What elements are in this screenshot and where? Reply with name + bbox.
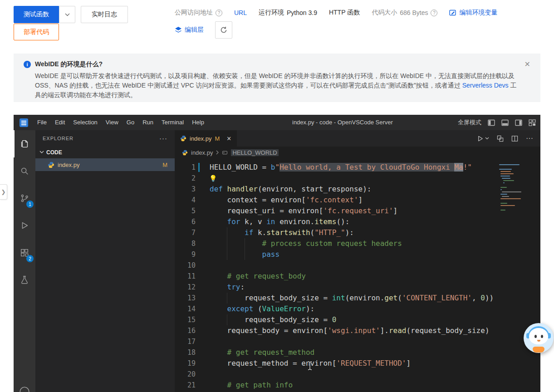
line-number[interactable]: 12 (175, 282, 196, 293)
code-line[interactable]: 10 (175, 260, 540, 271)
line-number[interactable]: 8 (175, 238, 196, 249)
edit-layer-link[interactable]: 编辑层 (185, 26, 204, 34)
code-line[interactable]: 17 (175, 336, 540, 347)
menu-item-run[interactable]: Run (138, 119, 157, 126)
toggle-sidebar-right-icon[interactable] (515, 119, 522, 126)
code-line[interactable]: 9 pass (175, 249, 540, 260)
ide-titlebar: FileEditSelectionViewGoRunTerminalHelp i… (14, 115, 540, 130)
line-number[interactable]: 11 (175, 271, 196, 282)
line-number[interactable]: 2 (175, 173, 196, 184)
line-number[interactable]: 1 (175, 162, 196, 173)
line-number[interactable]: 6 (175, 216, 196, 227)
help-icon[interactable]: ? (216, 10, 222, 16)
line-number[interactable]: 15 (175, 314, 196, 325)
tab-close-icon[interactable]: ✕ (226, 135, 231, 142)
help-icon[interactable]: ? (431, 10, 437, 16)
split-editor-icon[interactable] (511, 135, 518, 142)
deploy-code-button[interactable]: 部署代码 (14, 24, 59, 40)
code-line[interactable]: 1HELLO_WORLD = b"Hello world, a Test by … (175, 162, 540, 173)
edit-env-icon (449, 10, 456, 16)
banner-body: WebIDE 是可以帮助开发者快速进行代码测试，以及项目构建、依赖安装，但是 W… (35, 71, 520, 100)
account-activity-icon[interactable] (14, 386, 35, 392)
open-changes-icon[interactable] (497, 135, 504, 142)
fullscreen-toggle[interactable]: 全屏模式 (458, 118, 481, 127)
menu-item-terminal[interactable]: Terminal (157, 119, 188, 126)
source-control-activity-icon[interactable]: 1 (14, 185, 35, 212)
menu-item-selection[interactable]: Selection (69, 119, 101, 126)
search-activity-icon[interactable] (14, 157, 35, 185)
test-function-dropdown[interactable] (59, 6, 75, 23)
code-line[interactable]: 3def handler(environ, start_response): (175, 184, 540, 195)
menu-item-file[interactable]: File (33, 119, 51, 126)
refresh-icon (220, 26, 227, 34)
line-number[interactable]: 18 (175, 347, 196, 358)
search-icon (20, 166, 29, 176)
code-line[interactable]: 4 context = environ['fc.context'] (175, 195, 540, 206)
code-line[interactable]: 6 for k, v in environ.items(): (175, 216, 540, 227)
edit-env-link[interactable]: 编辑环境变量 (459, 9, 497, 17)
code-line[interactable]: 20 (175, 369, 540, 380)
menu-item-help[interactable]: Help (188, 119, 208, 126)
line-number[interactable]: 17 (175, 336, 196, 347)
line-number[interactable]: 9 (175, 249, 196, 260)
code-line[interactable]: 5 request_uri = environ['fc.request_uri'… (175, 206, 540, 216)
line-number[interactable]: 3 (175, 184, 196, 195)
menu-item-go[interactable]: Go (123, 119, 138, 126)
toggle-sidebar-left-icon[interactable] (488, 119, 495, 126)
folder-code-label: CODE (46, 149, 62, 156)
code-editor[interactable]: 1HELLO_WORLD = b"Hello world, a Test by … (175, 158, 540, 392)
code-line[interactable]: 18 # get request_method (175, 347, 540, 358)
folder-code[interactable]: CODE (35, 146, 175, 158)
menubar: FileEditSelectionViewGoRunTerminalHelp (33, 115, 208, 130)
line-number[interactable]: 5 (175, 206, 196, 216)
code-line[interactable]: 13 request_body_size = int(environ.get('… (175, 293, 540, 304)
panel-expander-button[interactable]: ❯ (0, 184, 7, 200)
run-debug-activity-icon[interactable] (14, 212, 35, 239)
realtime-logs-button[interactable]: 实时日志 (81, 6, 128, 23)
extensions-activity-icon[interactable]: 2 (14, 239, 35, 266)
line-number[interactable]: 21 (175, 380, 196, 391)
python-file-icon (182, 150, 188, 156)
serverless-devs-link[interactable]: Serverless Devs (462, 82, 509, 89)
explorer-activity-icon[interactable] (14, 130, 35, 157)
line-number[interactable]: 4 (175, 195, 196, 206)
file-index-py[interactable]: index.py M (35, 158, 175, 171)
menu-item-edit[interactable]: Edit (51, 119, 69, 126)
breadcrumb-file[interactable]: index.py (191, 149, 213, 156)
url-link[interactable]: URL (234, 9, 247, 16)
customize-layout-icon[interactable] (529, 119, 536, 126)
line-number[interactable]: 19 (175, 358, 196, 369)
code-line[interactable]: 7 if k.startswith("HTTP_"): (175, 227, 540, 238)
line-number[interactable]: 10 (175, 260, 196, 271)
line-number[interactable]: 16 (175, 325, 196, 336)
refresh-button[interactable] (215, 21, 232, 39)
modified-badge: M (162, 162, 167, 168)
code-line[interactable]: 15 request_body_size = 0 (175, 314, 540, 325)
breadcrumb-symbol[interactable]: HELLO_WORLD (231, 149, 278, 156)
testing-activity-icon[interactable] (14, 266, 35, 294)
minimap[interactable] (499, 163, 526, 211)
line-number[interactable]: 13 (175, 293, 196, 304)
tab-index-py[interactable]: index.py M ✕ (175, 130, 237, 147)
toggle-panel-icon[interactable] (501, 119, 509, 126)
code-line[interactable]: 11 # get request_body (175, 271, 540, 282)
code-line[interactable]: 8 # process custom request headers (175, 238, 540, 249)
menu-item-view[interactable]: View (102, 119, 123, 126)
run-python-file-button[interactable] (477, 135, 489, 142)
banner-close-button[interactable]: ✕ (525, 60, 530, 69)
lightbulb-icon[interactable]: 💡 (209, 173, 217, 183)
more-actions-icon[interactable]: ··· (526, 134, 533, 142)
line-number[interactable]: 7 (175, 227, 196, 238)
line-number[interactable]: 20 (175, 369, 196, 380)
test-function-button[interactable]: 测试函数 (14, 6, 59, 23)
assistant-mascot-button[interactable] (524, 323, 554, 353)
code-line[interactable]: 21 # get path info (175, 380, 540, 391)
code-line[interactable]: 16 request_body = environ['wsgi.input'].… (175, 325, 540, 336)
code-line[interactable]: 14 except (ValueError): (175, 304, 540, 314)
code-line[interactable]: 12 try: (175, 282, 540, 293)
line-number[interactable]: 14 (175, 304, 196, 314)
tab-label: index.py (190, 135, 211, 142)
code-line[interactable]: 19 request_method = environ['REQUEST_MET… (175, 358, 540, 369)
code-line[interactable]: 2💡 (175, 173, 540, 184)
explorer-more-actions[interactable]: ··· (159, 134, 167, 142)
